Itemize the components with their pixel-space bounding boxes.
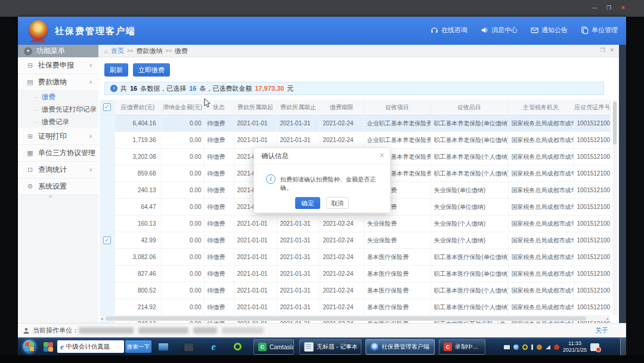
table-row[interactable]: ✓ 1,719.36 0.00 待缴费 2021-01-01 2021-01-3…	[100, 132, 610, 149]
start-button[interactable]	[23, 340, 36, 353]
cell-period-start: 2021-01-01	[234, 266, 277, 282]
sidebar-item-feikuan-jiaona[interactable]: ▤ 费款缴纳 ∧	[18, 74, 98, 91]
cell-category: 失业保险(个人缴纳)	[431, 232, 508, 249]
close-icon[interactable]: ✕	[619, 4, 627, 12]
cell-period-start: 2021-01-01	[234, 232, 277, 249]
signal-icon[interactable]	[546, 345, 550, 349]
refresh-button[interactable]: 刷新	[104, 63, 128, 76]
vertical-scrollbar-thumb[interactable]	[613, 101, 617, 144]
column-header[interactable]: 征收品目	[431, 100, 508, 115]
scroll-right-arrow[interactable]: ▸	[606, 316, 609, 321]
sidebar-item-shebaofei-shenbao[interactable]: ⊟ 社保费申报 ∨	[18, 57, 98, 74]
taskbar-search-button[interactable]: 搜索一下	[125, 340, 151, 353]
column-header[interactable]: 滞纳金金额(元)	[161, 100, 204, 115]
pay-now-button[interactable]: 立即缴费	[133, 63, 170, 76]
taskbar-search-input[interactable]: e 中级会计仿真题	[57, 340, 124, 353]
breadcrumb-jiaofei[interactable]: 缴费	[175, 47, 188, 56]
cell-deadline: 2021-02-24	[320, 216, 364, 232]
table-row[interactable]: ✓ 3,082.06 0.00 待缴费 2021-01-01 2021-01-3…	[100, 249, 610, 266]
cell-category: 失业保险(单位缴纳)	[431, 182, 508, 199]
show-desktop-strip[interactable]	[620, 338, 626, 356]
dialog-message: 扣费前请确认扣费险种、金额是否正确。	[280, 176, 386, 192]
breadcrumb-feikuan-jiaona[interactable]: 费款缴纳	[137, 47, 163, 56]
row-checkbox[interactable]: ✓	[103, 236, 111, 244]
table-row[interactable]: ✓ 6,404.16 0.00 待缴费 2021-01-01 2021-01-3…	[100, 115, 610, 132]
dialog-cancel-button[interactable]: 取消	[326, 197, 349, 209]
ime-icon[interactable]	[531, 344, 533, 350]
notification-badge-icon[interactable]	[590, 343, 599, 351]
sidebar-item-xitong-shezhi[interactable]: ⚙ 系统设置	[18, 179, 98, 195]
update-orange-icon[interactable]	[537, 344, 542, 350]
pinwheel-app-icon[interactable]	[43, 342, 54, 352]
battery-icon[interactable]	[504, 345, 510, 349]
column-header[interactable]: 应缴费款(元)	[114, 100, 161, 115]
taskbar-task-shebao-client[interactable]: 社保费管理客户端	[366, 339, 435, 355]
about-link[interactable]: 关于	[595, 326, 608, 335]
table-row[interactable]: ✓ 214.92 0.00 待缴费 2021-01-01 2021-01-31 …	[100, 299, 610, 316]
cell-item: 基本医疗保险费	[364, 282, 431, 299]
cell-period-end: 2021-01-31	[277, 115, 320, 132]
internet-explorer-icon[interactable]: e	[208, 341, 219, 353]
cell-period-start: 2021-01-01	[234, 249, 277, 266]
maximize-icon[interactable]: ❐	[605, 4, 613, 12]
sidebar-item-zhengming-print[interactable]: ⊞ 证明打印 ∨	[18, 128, 98, 145]
sidebar-subitem-jiaofei[interactable]: 缴费	[18, 91, 98, 103]
gear-icon: ⚙	[26, 183, 34, 190]
sidebar-item-chaxun-tongji[interactable]: ⊡ 查询统计 ∨	[18, 162, 98, 179]
security-yellow-icon[interactable]	[522, 344, 528, 350]
taskbar-task-notepad[interactable]: 无标题 - 记事本	[299, 339, 361, 355]
column-header[interactable]: 主管税务机关	[508, 100, 574, 115]
selected-amount: 17,973.30	[255, 85, 284, 92]
cell-period-start: 2021-01-01	[234, 299, 277, 316]
cell-amount: 214.92	[114, 299, 161, 316]
cell-period-end: 2021-01-31	[277, 232, 320, 249]
notice-button[interactable]: 通知公告	[531, 26, 568, 35]
panel-close-icon[interactable]: ✕	[609, 47, 614, 53]
cell-status: 待缴费	[204, 115, 234, 132]
table-row[interactable]: ✓ 800.52 0.00 待缴费 2021-01-01 2021-01-31 …	[100, 282, 610, 299]
column-header[interactable]: 费款所属期止	[277, 100, 320, 115]
taskbar-clock[interactable]: 11:33 2021/1/25	[563, 340, 587, 353]
scroll-left-arrow[interactable]: ◂	[101, 316, 103, 321]
select-all-checkbox[interactable]: ✓	[103, 103, 111, 111]
table-row[interactable]: ✓ 160.13 0.00 待缴费 2021-01-01 2021-01-31 …	[100, 216, 610, 232]
bottom-letterbox	[0, 355, 644, 363]
horizontal-scrollbar[interactable]: ◂ ▸	[100, 316, 610, 321]
selection-summary-bar: i 共16 条数据，已选择16 条，已选费款金额17,973.30 元	[104, 82, 604, 95]
column-header[interactable]: 费款所属期起	[234, 100, 277, 115]
vertical-scrollbar[interactable]	[612, 100, 617, 315]
green-browser-icon[interactable]	[231, 341, 243, 353]
cell-status: 待缴费	[204, 299, 234, 316]
online-consult-button[interactable]: 在线咨询	[431, 26, 467, 35]
cell-late-fee: 0.00	[161, 165, 204, 182]
unit-manage-button[interactable]: 单位管理	[581, 26, 618, 35]
table-row[interactable]: ✓ 827.46 0.00 待缴费 2021-01-01 2021-01-31 …	[100, 266, 610, 282]
column-header[interactable]: 应征凭证序号	[574, 100, 610, 115]
breadcrumb-home[interactable]: 首页	[111, 47, 124, 56]
sidebar-subitem-jiaofei-record[interactable]: 缴费记录	[18, 116, 98, 128]
sidebar-subitem-pingzheng-print-record[interactable]: 缴费凭证打印记录	[18, 103, 98, 116]
minimize-icon[interactable]: —	[590, 4, 599, 12]
cell-deadline: 2021-02-24	[320, 266, 364, 282]
sidebar-collapse-handle[interactable]: «	[49, 193, 52, 199]
column-header[interactable]: 缴费期限	[320, 100, 364, 115]
table-row[interactable]: ✓ 42.99 0.00 待缴费 2021-01-01 2021-01-31 2…	[100, 232, 610, 249]
dialog-close-icon[interactable]: ✕	[379, 152, 385, 159]
message-center-button[interactable]: 消息中心	[481, 26, 518, 35]
recorder-red-icon[interactable]	[554, 344, 559, 350]
cell-amount: 6,404.16	[114, 115, 161, 132]
cell-category: 职工基本养老保险(个人缴纳)	[431, 165, 508, 182]
screenshot-tool-icon[interactable]	[182, 341, 194, 353]
network-blue-icon[interactable]	[513, 344, 519, 350]
panel-restore-icon[interactable]: ❐	[600, 47, 605, 53]
horizontal-scrollbar-thumb[interactable]	[106, 316, 586, 321]
taskbar-task-recorder[interactable]: C 录制中...	[439, 339, 485, 355]
dialog-ok-button[interactable]: 确定	[295, 197, 320, 209]
show-desktop-icon[interactable]	[157, 341, 169, 353]
sidebar-item-sanfang-xieyi[interactable]: ▦ 单位三方协议管理	[18, 145, 98, 162]
cell-status: 待缴费	[204, 149, 234, 165]
taskbar-task-camtasia[interactable]: C Camtasia 9	[253, 339, 294, 355]
cell-voucher: 100151210000	[574, 232, 610, 249]
cell-period-start: 2021-01-01	[234, 282, 277, 299]
column-header[interactable]: 征收项目	[364, 100, 431, 115]
